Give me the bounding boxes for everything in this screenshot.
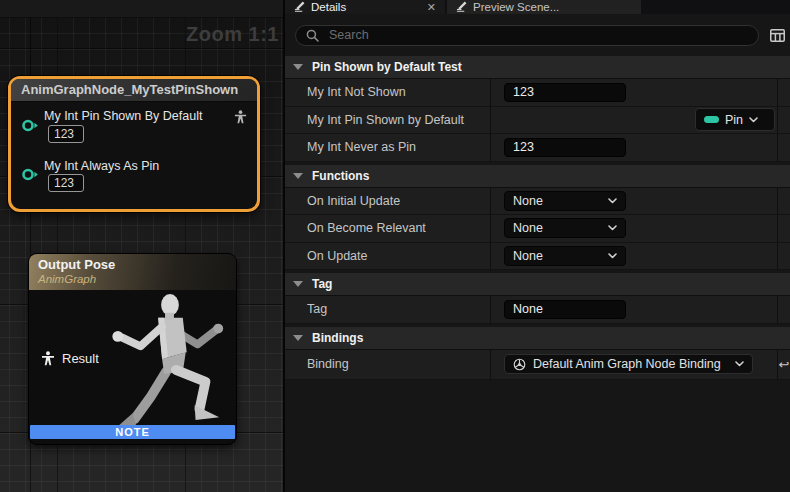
output-pose-node[interactable]: Output Pose AnimGraph	[28, 253, 237, 445]
section-title: Tag	[312, 277, 332, 291]
dropdown-value: None	[513, 221, 543, 235]
tab-preview-scene[interactable]: Preview Scene...	[447, 0, 641, 14]
dropdown-value: None	[513, 249, 543, 263]
result-pin-label: Result	[62, 351, 99, 366]
output-pose-title: Output Pose	[38, 257, 227, 272]
property-row-on-update: On Update None	[285, 243, 790, 271]
tab-preview-scene-label: Preview Scene...	[473, 1, 559, 13]
on-update-dropdown[interactable]: None	[504, 246, 626, 266]
unreal-anim-blueprint-window: Zoom 1:1 AnimGraphNode_MyTestPinShown My…	[0, 0, 790, 492]
details-search-row: ⚙	[285, 14, 790, 56]
chevron-down-icon	[293, 335, 303, 341]
mannequin-image	[105, 291, 233, 441]
section-functions[interactable]: Functions	[285, 165, 790, 188]
property-row-on-become-relevant: On Become Relevant None	[285, 215, 790, 243]
int-pin-icon[interactable]	[21, 167, 39, 186]
chevron-down-icon	[293, 173, 303, 179]
property-row-my-int-pin-shown-by-default: My Int Pin Shown by Default Pin	[285, 107, 790, 135]
close-icon[interactable]: ✕	[427, 0, 436, 14]
section-pin-shown-by-default-test[interactable]: Pin Shown by Default Test	[285, 56, 790, 79]
property-label: My Int Not Shown	[285, 79, 491, 106]
section-title: Bindings	[312, 331, 363, 345]
chevron-down-icon	[608, 253, 617, 259]
chevron-down-icon	[735, 361, 744, 367]
pin-value-input[interactable]: 123	[48, 125, 84, 143]
note-badge: NOTE	[30, 425, 235, 439]
pin-value-input[interactable]: 123	[48, 174, 84, 192]
int-pin-icon[interactable]	[21, 118, 39, 137]
tag-input[interactable]	[504, 300, 626, 319]
property-row-my-int-not-shown: My Int Not Shown	[285, 79, 790, 107]
my-int-never-as-pin-input[interactable]	[504, 138, 626, 157]
reset-to-default-icon[interactable]: ↩	[779, 357, 790, 372]
chevron-down-icon	[293, 64, 303, 70]
pin-person-icon[interactable]	[234, 110, 247, 128]
section-title: Functions	[312, 169, 369, 183]
zoom-level-indicator: Zoom 1:1	[186, 23, 279, 46]
my-int-not-shown-input[interactable]	[504, 83, 626, 102]
output-pose-subtitle: AnimGraph	[38, 273, 227, 285]
details-icon	[456, 1, 467, 14]
section-bindings[interactable]: Bindings	[285, 327, 790, 350]
on-become-relevant-dropdown[interactable]: None	[504, 218, 626, 238]
search-icon	[306, 29, 319, 42]
pin-label: My Int Always As Pin	[44, 159, 159, 173]
search-box[interactable]	[295, 25, 759, 46]
chevron-down-icon	[608, 225, 617, 231]
section-title: Pin Shown by Default Test	[312, 60, 462, 74]
section-tag[interactable]: Tag	[285, 273, 790, 296]
search-input[interactable]	[327, 27, 748, 43]
property-row-my-int-never-as-pin: My Int Never as Pin	[285, 134, 790, 162]
tab-details-label: Details	[311, 1, 346, 13]
property-row-on-initial-update: On Initial Update None	[285, 188, 790, 216]
chevron-down-icon	[749, 117, 758, 123]
graph-top-strip	[0, 0, 283, 18]
property-label: On Become Relevant	[285, 215, 491, 242]
chevron-down-icon	[293, 281, 303, 287]
pin-mode-dropdown[interactable]: Pin	[695, 108, 775, 131]
chevron-down-icon	[608, 198, 617, 204]
tab-details[interactable]: Details ✕	[285, 0, 445, 14]
dropdown-value: None	[513, 194, 543, 208]
anim-graph-node-mytestpinshown[interactable]: AnimGraphNode_MyTestPinShown My Int Pin …	[8, 76, 260, 212]
property-label: My Int Never as Pin	[285, 134, 491, 161]
property-label: Binding	[285, 350, 491, 379]
property-matrix-icon[interactable]	[770, 29, 785, 42]
binding-dropdown[interactable]: Default Anim Graph Node Binding	[504, 354, 753, 374]
pin-mode-label: Pin	[725, 113, 743, 127]
on-initial-update-dropdown[interactable]: None	[504, 191, 626, 211]
output-pose-header: Output Pose AnimGraph	[29, 254, 236, 290]
property-label: Tag	[285, 296, 491, 323]
pin-label: My Int Pin Shown By Default	[44, 109, 202, 123]
details-property-list: Pin Shown by Default Test My Int Not Sho…	[285, 56, 790, 492]
details-icon	[294, 1, 305, 14]
binding-value: Default Anim Graph Node Binding	[533, 357, 721, 371]
node-title: AnimGraphNode_MyTestPinShown	[11, 79, 257, 102]
binding-icon	[513, 358, 526, 371]
property-label: My Int Pin Shown by Default	[285, 107, 491, 134]
property-label: On Initial Update	[285, 188, 491, 215]
result-pin-icon[interactable]	[41, 351, 55, 366]
pin-capsule-icon	[704, 116, 719, 123]
property-row-binding: Binding Default Anim Graph Node Binding	[285, 350, 790, 380]
anim-graph-canvas[interactable]: Zoom 1:1 AnimGraphNode_MyTestPinShown My…	[0, 0, 283, 492]
property-label: On Update	[285, 243, 491, 270]
property-row-tag: Tag	[285, 296, 790, 324]
details-tabbar: Details ✕ Preview Scene...	[285, 0, 790, 14]
details-panel: Details ✕ Preview Scene...	[283, 0, 790, 492]
